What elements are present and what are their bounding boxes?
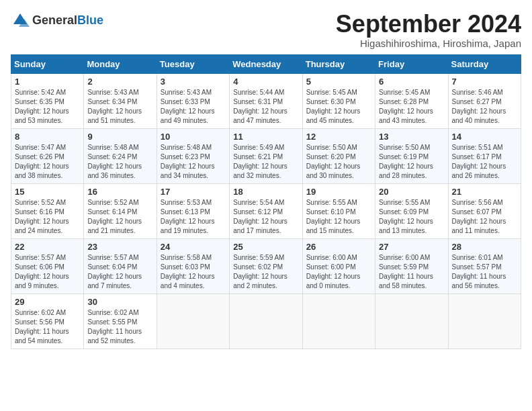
day-info: Sunrise: 6:01 AMSunset: 5:57 PMDaylight:…: [452, 254, 506, 289]
calendar-week-row: 22 Sunrise: 5:57 AMSunset: 6:06 PMDaylig…: [11, 238, 521, 293]
calendar-day-cell: 16 Sunrise: 5:52 AMSunset: 6:14 PMDaylig…: [84, 183, 157, 238]
day-number: 23: [87, 242, 152, 252]
day-info: Sunrise: 5:47 AMSunset: 6:26 PMDaylight:…: [15, 144, 69, 179]
day-number: 17: [161, 187, 226, 197]
calendar-day-cell: [375, 293, 448, 349]
weekday-header-saturday: Saturday: [448, 54, 521, 73]
calendar-day-cell: 7 Sunrise: 5:46 AMSunset: 6:27 PMDayligh…: [448, 73, 521, 128]
day-info: Sunrise: 5:45 AMSunset: 6:30 PMDaylight:…: [306, 89, 361, 124]
day-info: Sunrise: 6:00 AMSunset: 5:59 PMDaylight:…: [379, 254, 433, 289]
day-number: 10: [161, 132, 226, 142]
calendar-day-cell: 14 Sunrise: 5:51 AMSunset: 6:17 PMDaylig…: [448, 128, 521, 183]
calendar-day-cell: 11 Sunrise: 5:49 AMSunset: 6:21 PMDaylig…: [230, 128, 302, 183]
calendar-day-cell: 6 Sunrise: 5:45 AMSunset: 6:28 PMDayligh…: [375, 73, 448, 128]
day-number: 28: [452, 242, 517, 252]
day-number: 16: [87, 187, 152, 197]
weekday-header-tuesday: Tuesday: [157, 54, 229, 73]
day-number: 26: [306, 242, 371, 252]
day-info: Sunrise: 5:52 AMSunset: 6:14 PMDaylight:…: [87, 199, 142, 234]
calendar-week-row: 29 Sunrise: 6:02 AMSunset: 5:56 PMDaylig…: [11, 293, 521, 349]
day-info: Sunrise: 5:50 AMSunset: 6:20 PMDaylight:…: [306, 144, 361, 179]
day-info: Sunrise: 6:02 AMSunset: 5:56 PMDaylight:…: [15, 309, 69, 345]
calendar-day-cell: [157, 293, 229, 349]
calendar-day-cell: [302, 293, 375, 349]
calendar-day-cell: 19 Sunrise: 5:55 AMSunset: 6:10 PMDaylig…: [302, 183, 375, 238]
month-title: September 2024: [336, 11, 521, 38]
day-info: Sunrise: 5:49 AMSunset: 6:21 PMDaylight:…: [233, 144, 287, 179]
day-number: 5: [306, 77, 371, 87]
calendar-day-cell: 28 Sunrise: 6:01 AMSunset: 5:57 PMDaylig…: [448, 238, 521, 293]
calendar-day-cell: 9 Sunrise: 5:48 AMSunset: 6:24 PMDayligh…: [84, 128, 157, 183]
day-number: 4: [233, 77, 298, 87]
day-info: Sunrise: 5:57 AMSunset: 6:06 PMDaylight:…: [15, 254, 69, 289]
day-number: 25: [233, 242, 298, 252]
calendar-day-cell: 21 Sunrise: 5:56 AMSunset: 6:07 PMDaylig…: [448, 183, 521, 238]
day-info: Sunrise: 5:55 AMSunset: 6:09 PMDaylight:…: [379, 199, 433, 234]
calendar-day-cell: 13 Sunrise: 5:50 AMSunset: 6:19 PMDaylig…: [375, 128, 448, 183]
day-info: Sunrise: 6:02 AMSunset: 5:55 PMDaylight:…: [87, 309, 142, 345]
calendar-day-cell: 4 Sunrise: 5:44 AMSunset: 6:31 PMDayligh…: [230, 73, 302, 128]
day-number: 6: [379, 77, 444, 87]
day-number: 24: [161, 242, 226, 252]
day-number: 27: [379, 242, 444, 252]
day-number: 13: [379, 132, 444, 142]
weekday-header-monday: Monday: [84, 54, 157, 73]
day-number: 29: [15, 297, 80, 307]
day-info: Sunrise: 5:51 AMSunset: 6:17 PMDaylight:…: [452, 144, 506, 179]
weekday-header-wednesday: Wednesday: [230, 54, 302, 73]
day-info: Sunrise: 5:56 AMSunset: 6:07 PMDaylight:…: [452, 199, 506, 234]
day-number: 11: [233, 132, 298, 142]
day-info: Sunrise: 5:42 AMSunset: 6:35 PMDaylight:…: [15, 89, 69, 124]
weekday-header-friday: Friday: [375, 54, 448, 73]
day-number: 20: [379, 187, 444, 197]
day-number: 9: [87, 132, 152, 142]
day-number: 14: [452, 132, 517, 142]
calendar-day-cell: [448, 293, 521, 349]
day-number: 2: [87, 77, 152, 87]
day-info: Sunrise: 5:58 AMSunset: 6:03 PMDaylight:…: [161, 254, 215, 289]
calendar-day-cell: 29 Sunrise: 6:02 AMSunset: 5:56 PMDaylig…: [11, 293, 84, 349]
calendar-day-cell: 23 Sunrise: 5:57 AMSunset: 6:04 PMDaylig…: [84, 238, 157, 293]
day-info: Sunrise: 5:48 AMSunset: 6:23 PMDaylight:…: [161, 144, 215, 179]
logo-blue-text: Blue: [77, 13, 103, 27]
day-number: 8: [15, 132, 80, 142]
day-number: 7: [452, 77, 517, 87]
calendar-body: 1 Sunrise: 5:42 AMSunset: 6:35 PMDayligh…: [11, 73, 521, 349]
calendar-day-cell: 12 Sunrise: 5:50 AMSunset: 6:20 PMDaylig…: [302, 128, 375, 183]
calendar-day-cell: 8 Sunrise: 5:47 AMSunset: 6:26 PMDayligh…: [11, 128, 84, 183]
calendar-header-row: SundayMondayTuesdayWednesdayThursdayFrid…: [11, 54, 521, 73]
day-info: Sunrise: 5:52 AMSunset: 6:16 PMDaylight:…: [15, 199, 69, 234]
logo-general-text: General: [32, 13, 77, 27]
day-info: Sunrise: 5:53 AMSunset: 6:13 PMDaylight:…: [161, 199, 215, 234]
day-info: Sunrise: 6:00 AMSunset: 6:00 PMDaylight:…: [306, 254, 361, 289]
day-number: 21: [452, 187, 517, 197]
calendar-day-cell: 24 Sunrise: 5:58 AMSunset: 6:03 PMDaylig…: [157, 238, 229, 293]
day-number: 30: [87, 297, 152, 307]
day-number: 3: [161, 77, 226, 87]
logo: GeneralBlue: [11, 11, 103, 30]
day-number: 19: [306, 187, 371, 197]
calendar-day-cell: 1 Sunrise: 5:42 AMSunset: 6:35 PMDayligh…: [11, 73, 84, 128]
calendar-day-cell: 25 Sunrise: 5:59 AMSunset: 6:02 PMDaylig…: [230, 238, 302, 293]
day-info: Sunrise: 5:57 AMSunset: 6:04 PMDaylight:…: [87, 254, 142, 289]
day-number: 18: [233, 187, 298, 197]
calendar-day-cell: 18 Sunrise: 5:54 AMSunset: 6:12 PMDaylig…: [230, 183, 302, 238]
calendar-week-row: 8 Sunrise: 5:47 AMSunset: 6:26 PMDayligh…: [11, 128, 521, 183]
day-number: 22: [15, 242, 80, 252]
day-info: Sunrise: 5:50 AMSunset: 6:19 PMDaylight:…: [379, 144, 433, 179]
day-info: Sunrise: 5:43 AMSunset: 6:33 PMDaylight:…: [161, 89, 215, 124]
title-area: September 2024 Higashihiroshima, Hiroshi…: [336, 11, 521, 49]
calendar-table: SundayMondayTuesdayWednesdayThursdayFrid…: [11, 54, 521, 349]
day-info: Sunrise: 5:54 AMSunset: 6:12 PMDaylight:…: [233, 199, 287, 234]
calendar-day-cell: 30 Sunrise: 6:02 AMSunset: 5:55 PMDaylig…: [84, 293, 157, 349]
calendar-day-cell: 10 Sunrise: 5:48 AMSunset: 6:23 PMDaylig…: [157, 128, 229, 183]
location-title: Higashihiroshima, Hiroshima, Japan: [336, 38, 521, 49]
calendar-day-cell: 15 Sunrise: 5:52 AMSunset: 6:16 PMDaylig…: [11, 183, 84, 238]
calendar-day-cell: 20 Sunrise: 5:55 AMSunset: 6:09 PMDaylig…: [375, 183, 448, 238]
day-number: 12: [306, 132, 371, 142]
day-number: 15: [15, 187, 80, 197]
calendar-week-row: 15 Sunrise: 5:52 AMSunset: 6:16 PMDaylig…: [11, 183, 521, 238]
calendar-day-cell: 26 Sunrise: 6:00 AMSunset: 6:00 PMDaylig…: [302, 238, 375, 293]
day-info: Sunrise: 5:44 AMSunset: 6:31 PMDaylight:…: [233, 89, 287, 124]
day-info: Sunrise: 5:48 AMSunset: 6:24 PMDaylight:…: [87, 144, 142, 179]
